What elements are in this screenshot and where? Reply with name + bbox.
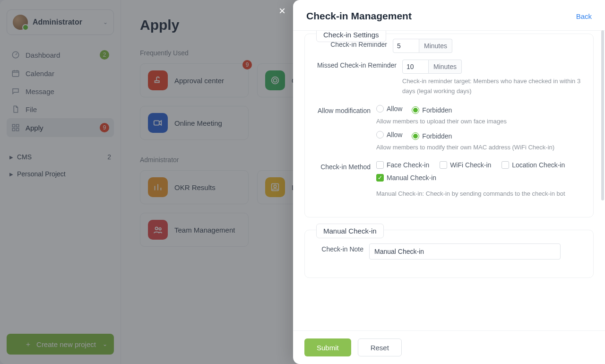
face-check[interactable]: Face Check-in	[376, 161, 429, 169]
checkin-drawer: × Check-in Management Back Check-in Sett…	[293, 0, 605, 364]
allow-mod-label: Allow modification	[316, 105, 371, 114]
method-help: Manual Check-in: Check-in by sending com…	[376, 189, 582, 199]
note-input[interactable]	[369, 243, 561, 260]
drawer-title: Check-in Management	[306, 10, 412, 22]
wifi-check[interactable]: WiFi Check-in	[440, 161, 491, 169]
manual-check[interactable]: ✓Manual Check-in	[376, 174, 436, 182]
face-help: Allow members to upload their own face i…	[376, 117, 582, 127]
location-check[interactable]: Location Check-in	[501, 161, 565, 169]
mac-forbidden-radio[interactable]: Forbidden	[412, 132, 452, 140]
method-label: Check-in Method	[316, 161, 371, 171]
face-forbidden-radio[interactable]: Forbidden	[412, 106, 452, 114]
reminder-help: Check-in reminder target: Members who ha…	[402, 77, 582, 96]
note-label: Check-in Note	[316, 243, 363, 253]
missed-label: Missed Check-in Reminder	[316, 60, 397, 69]
face-allow-radio[interactable]: Allow	[376, 105, 402, 113]
manual-tab: Manual Check-in	[316, 224, 384, 238]
scrollbar[interactable]	[601, 31, 604, 200]
reset-button[interactable]: Reset	[358, 338, 402, 356]
minutes-suffix: Minutes	[429, 60, 462, 74]
reminder-input[interactable]	[393, 39, 419, 53]
missed-input[interactable]	[402, 60, 429, 74]
back-link[interactable]: Back	[576, 12, 592, 20]
close-icon[interactable]: ×	[276, 5, 288, 17]
submit-button[interactable]: Submit	[304, 338, 351, 356]
settings-tab: Check-in Settings	[316, 31, 386, 42]
mac-help: Allow members to modify their own MAC ad…	[376, 143, 582, 153]
mac-allow-radio[interactable]: Allow	[376, 131, 402, 139]
minutes-suffix: Minutes	[419, 39, 452, 53]
